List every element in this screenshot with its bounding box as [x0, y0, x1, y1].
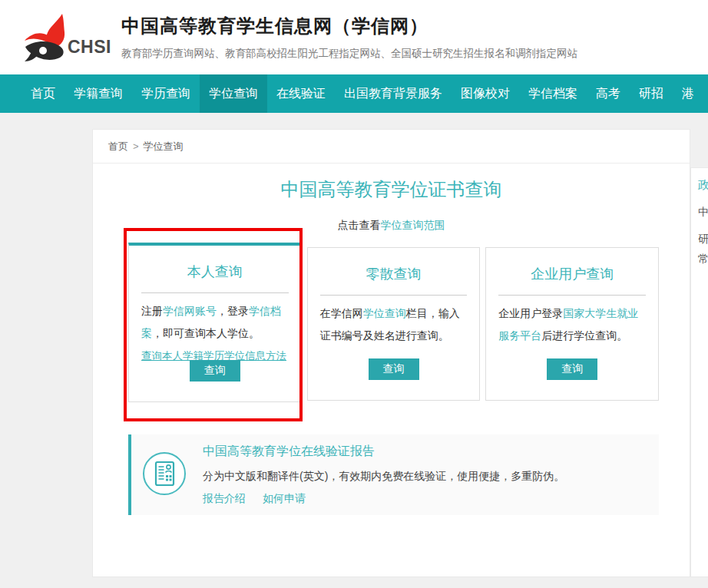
- side-panel-item[interactable]: 中: [698, 206, 708, 220]
- desc-text: 企业用户登录: [498, 307, 563, 319]
- breadcrumb-current: 学位查询: [144, 140, 184, 152]
- chsi-logo[interactable]: CHSI: [22, 12, 111, 63]
- main-nav: 首页 学籍查询 学历查询 学位查询 在线验证 出国教育背景服务 图像校对 学信档…: [0, 74, 708, 113]
- side-panel-item[interactable]: 研: [698, 233, 708, 246]
- side-panel-heading: 政: [698, 178, 708, 193]
- content-panel: 首页>学位查询 中国高等教育学位证书查询 点击查看学位查询范围 本人查询 注册学…: [92, 129, 690, 577]
- nav-item-abroad-service[interactable]: 出国教育背景服务: [335, 74, 452, 113]
- query-scope-link[interactable]: 学位查询范围: [381, 219, 445, 231]
- nav-item-xueji-query[interactable]: 学籍查询: [65, 74, 132, 113]
- breadcrumb-home-link[interactable]: 首页: [108, 140, 128, 152]
- nav-item-xueli-query[interactable]: 学历查询: [132, 74, 200, 113]
- query-cards-row: 本人查询 注册学信网账号，登录学信档案，即可查询本人学位。 查询本人学籍学历学位…: [93, 233, 690, 402]
- card-scattered-query-title: 零散查询: [320, 265, 468, 283]
- card-self-query-title: 本人查询: [141, 263, 289, 281]
- card-enterprise-query-desc: 企业用户登录国家大学生就业服务平台后进行学位查询。: [498, 302, 646, 347]
- desc-text: 在学信网: [320, 307, 363, 319]
- side-panel-truncated: 政 中 研 常: [690, 167, 708, 577]
- side-panel-item[interactable]: 常: [698, 253, 708, 266]
- chsi-account-link[interactable]: 学信网账号: [163, 305, 217, 317]
- nav-item-gaokao[interactable]: 高考: [587, 74, 630, 113]
- report-desc: 分为中文版和翻译件(英文)，有效期内免费在线验证，使用便捷，多重防伪。: [203, 470, 564, 484]
- enterprise-query-button[interactable]: 查询: [547, 358, 597, 380]
- logo-text: CHSI: [68, 38, 111, 63]
- breadcrumb: 首页>学位查询: [93, 130, 690, 164]
- report-howto-link[interactable]: 如何申请: [263, 492, 306, 504]
- breadcrumb-separator: >: [133, 140, 139, 152]
- site-subtitle: 教育部学历查询网站、教育部高校招生阳光工程指定网站、全国硕士研究生招生报名和调剂…: [121, 47, 577, 61]
- nav-item-online-verification[interactable]: 在线验证: [267, 74, 335, 113]
- nav-item-home[interactable]: 首页: [22, 74, 65, 113]
- desc-text: ，登录: [217, 305, 249, 317]
- site-title: 中国高等教育学生信息网（学信网）: [121, 14, 577, 38]
- chsi-bird-icon: [22, 12, 66, 63]
- card-enterprise-query-title: 企业用户查询: [498, 265, 646, 283]
- page-title: 中国高等教育学位证书查询: [93, 177, 690, 202]
- card-scattered-query: 零散查询 在学信网学位查询栏目，输入证书编号及姓名进行查询。 查询: [307, 247, 481, 401]
- self-query-button[interactable]: 查询: [190, 360, 240, 382]
- desc-text: 注册: [141, 305, 163, 317]
- report-section: 中国高等教育学位在线验证报告 分为中文版和翻译件(英文)，有效期内免费在线验证，…: [128, 434, 659, 515]
- site-header: CHSI 中国高等教育学生信息网（学信网） 教育部学历查询网站、教育部高校招生阳…: [0, 0, 708, 74]
- page-background: 首页>学位查询 中国高等教育学位证书查询 点击查看学位查询范围 本人查询 注册学…: [0, 113, 708, 588]
- nav-item-yanzhao[interactable]: 研招: [630, 74, 673, 113]
- nav-item-degree-query[interactable]: 学位查询: [200, 74, 267, 113]
- card-scattered-query-desc: 在学信网学位查询栏目，输入证书编号及姓名进行查询。: [320, 302, 468, 347]
- page-subtitle: 点击查看学位查询范围: [93, 219, 690, 233]
- scattered-query-button[interactable]: 查询: [369, 358, 419, 380]
- card-self-query-desc: 注册学信网账号，登录学信档案，即可查询本人学位。: [141, 300, 289, 345]
- card-enterprise-query: 企业用户查询 企业用户登录国家大学生就业服务平台后进行学位查询。 查询: [485, 247, 659, 401]
- page: CHSI 中国高等教育学生信息网（学信网） 教育部学历查询网站、教育部高校招生阳…: [0, 0, 708, 588]
- subtitle-text: 点击查看: [338, 219, 381, 231]
- verification-report-icon: [142, 451, 187, 499]
- degree-query-link[interactable]: 学位查询: [363, 307, 406, 319]
- desc-text: 后进行学位查询。: [541, 329, 627, 342]
- nav-item-chsi-archive[interactable]: 学信档案: [519, 74, 587, 113]
- card-divider: [141, 292, 289, 293]
- card-divider: [498, 295, 646, 296]
- report-intro-link[interactable]: 报告介绍: [203, 492, 246, 504]
- nav-item-image-check[interactable]: 图像校对: [452, 74, 519, 113]
- report-title: 中国高等教育学位在线验证报告: [203, 444, 564, 460]
- desc-text: ，即可查询本人学位。: [152, 327, 260, 339]
- card-self-query: 本人查询 注册学信网账号，登录学信档案，即可查询本人学位。 查询本人学籍学历学位…: [128, 243, 302, 402]
- nav-item-hk-truncated[interactable]: 港: [673, 74, 703, 113]
- card-divider: [320, 295, 468, 296]
